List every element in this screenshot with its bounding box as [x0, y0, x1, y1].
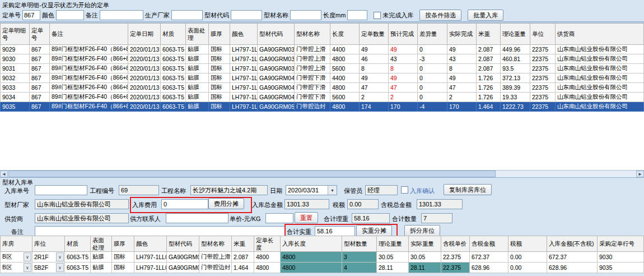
- cell[interactable]: 2: [360, 93, 389, 102]
- cell[interactable]: 372.13: [501, 73, 530, 83]
- cell[interactable]: 47: [389, 83, 418, 93]
- cell[interactable]: B区∨: [1, 252, 32, 263]
- cell[interactable]: 1.726: [477, 93, 501, 102]
- remark-input[interactable]: [100, 10, 143, 20]
- cell[interactable]: 1.726: [477, 83, 501, 93]
- table-row[interactable]: 903386789#门框型材F26-F40（866+867）2020/01/13…: [1, 83, 644, 93]
- cell[interactable]: 0: [418, 83, 447, 93]
- cell[interactable]: LH797-1LL0: [134, 252, 167, 263]
- cell[interactable]: 49: [360, 45, 389, 54]
- cell[interactable]: 2.087: [477, 54, 501, 64]
- cell[interactable]: 4800: [281, 263, 342, 273]
- cell[interactable]: GA90GRM04: [258, 93, 295, 102]
- cell[interactable]: 6063-T5: [161, 64, 186, 73]
- scroll-left-icon[interactable]: ◄: [0, 171, 8, 177]
- cell[interactable]: 6063-T5: [161, 73, 186, 83]
- cell[interactable]: LH797-1LL0: [230, 45, 258, 54]
- split-location-button[interactable]: 拆分库位: [404, 225, 440, 236]
- cell[interactable]: 89#门框型材F26-F40（866+867）: [50, 83, 128, 93]
- cell[interactable]: 2020/01/13: [128, 102, 161, 112]
- project-name-field[interactable]: [190, 185, 268, 195]
- cell[interactable]: 4400: [330, 45, 360, 54]
- cell[interactable]: 1.464: [232, 263, 254, 273]
- cell[interactable]: 山东南山铝业股份有限公司: [556, 73, 644, 83]
- cell[interactable]: 9035: [1, 102, 30, 112]
- cell[interactable]: 2020/01/13: [128, 73, 161, 83]
- cell[interactable]: 9033: [1, 83, 30, 93]
- cell[interactable]: LH797-1LL0: [230, 102, 258, 112]
- cell[interactable]: 贴膜: [186, 64, 209, 73]
- table-row[interactable]: 903186789#门框型材F26-F40（866+867）2020/01/13…: [1, 64, 644, 73]
- cell[interactable]: 2: [389, 93, 418, 102]
- table-row[interactable]: 902986789#门框型材F26-F40（866+867）2020/01/13…: [1, 45, 644, 54]
- reset-button[interactable]: 重置: [295, 212, 318, 223]
- cell[interactable]: 170: [447, 102, 477, 112]
- cell[interactable]: 672.37: [470, 252, 508, 263]
- cell[interactable]: 贴膜: [186, 73, 209, 83]
- cell[interactable]: 贴膜: [186, 83, 209, 93]
- horizontal-scrollbar[interactable]: ◄ ►: [0, 170, 644, 178]
- cell[interactable]: 49: [360, 73, 389, 83]
- cell[interactable]: 6063-T5: [65, 263, 91, 273]
- actual-weight-allocate-button[interactable]: 实重分摊: [356, 225, 392, 236]
- manufacturer-input[interactable]: [171, 10, 203, 20]
- profile-code-input[interactable]: [231, 10, 262, 20]
- cell[interactable]: 1222.73: [501, 102, 530, 112]
- cell[interactable]: 5600: [330, 64, 360, 73]
- cell[interactable]: 山东南山铝业股份有限公司: [556, 83, 644, 93]
- cell[interactable]: 0: [418, 73, 447, 83]
- profile-name-input[interactable]: [290, 10, 321, 20]
- cell[interactable]: 867: [30, 83, 50, 93]
- cell[interactable]: 国标: [209, 73, 230, 83]
- cell[interactable]: 0.00: [508, 263, 547, 273]
- cell[interactable]: 0: [418, 64, 447, 73]
- cell[interactable]: 2: [447, 93, 477, 102]
- cell[interactable]: 89#门框型材F26-F40（866+867）: [50, 102, 128, 112]
- cell[interactable]: 49: [447, 73, 477, 83]
- cell[interactable]: LH797-1LL0: [230, 54, 258, 64]
- cell[interactable]: 4800: [281, 252, 342, 263]
- cell[interactable]: 867: [30, 102, 50, 112]
- cell[interactable]: 2.087: [477, 45, 501, 54]
- cell[interactable]: 49: [389, 45, 418, 54]
- cell[interactable]: 门带腔下滑: [295, 83, 330, 93]
- cell[interactable]: 89#门框型材F26-F40（866+867）: [50, 93, 128, 102]
- cell[interactable]: 43: [447, 54, 477, 64]
- calendar-dropdown-icon[interactable]: ▾: [328, 186, 337, 195]
- cell[interactable]: LH797-1LL0: [134, 263, 167, 273]
- cell[interactable]: 4800: [330, 54, 360, 64]
- cell[interactable]: LH797-1LL0: [230, 73, 258, 83]
- cell[interactable]: 19.33: [501, 93, 530, 102]
- cell[interactable]: 3: [342, 252, 377, 263]
- sum-qty-field[interactable]: [421, 213, 452, 223]
- cell[interactable]: 国标: [209, 54, 230, 64]
- cell[interactable]: 2020/01/13: [128, 45, 161, 54]
- contact-input[interactable]: [166, 213, 228, 223]
- cell[interactable]: 国标: [112, 263, 134, 273]
- cell[interactable]: 22375: [530, 54, 556, 64]
- cell[interactable]: GA90GRM03: [258, 45, 295, 54]
- cell[interactable]: 9034: [1, 93, 30, 102]
- cell[interactable]: 22375: [530, 93, 556, 102]
- date-picker[interactable]: 2020/03/31 ▾: [286, 185, 337, 195]
- cell[interactable]: 28.11: [409, 263, 441, 273]
- cell[interactable]: 9030: [1, 54, 30, 64]
- cell[interactable]: 9032: [1, 73, 30, 83]
- dropdown-arrow-icon[interactable]: ∨: [56, 263, 64, 272]
- cell[interactable]: 2R1F∨: [32, 252, 65, 263]
- cell[interactable]: 6063-T5: [161, 93, 186, 102]
- cell[interactable]: 22.375: [441, 263, 470, 273]
- cell[interactable]: 6063-T5: [161, 45, 186, 54]
- cell[interactable]: 2.087: [232, 252, 254, 263]
- cell[interactable]: 2.087: [477, 64, 501, 73]
- order-no-input[interactable]: [22, 10, 40, 20]
- cell[interactable]: 国标: [209, 45, 230, 54]
- cell[interactable]: GA90GRM03: [167, 252, 199, 263]
- cell[interactable]: 8: [447, 64, 477, 73]
- dropdown-arrow-icon[interactable]: ∨: [24, 263, 31, 272]
- cell[interactable]: 867: [30, 45, 50, 54]
- keeper-field[interactable]: [365, 185, 398, 195]
- cell[interactable]: 867: [30, 54, 50, 64]
- cell[interactable]: 贴膜: [186, 93, 209, 102]
- batch-inbound-button[interactable]: 批量入库: [468, 10, 503, 21]
